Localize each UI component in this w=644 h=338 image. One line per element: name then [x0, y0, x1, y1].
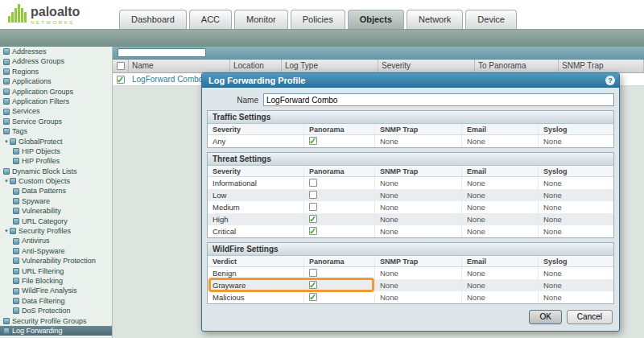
email-value[interactable]: None — [462, 267, 539, 279]
sidebar-item-data-filtering[interactable]: Data Filtering — [0, 296, 112, 306]
snmp-value[interactable]: None — [375, 279, 462, 291]
sidebar-item-log-forwarding[interactable]: Log Forwarding — [0, 326, 112, 336]
sidebar-item-vulnerability-protection[interactable]: Vulnerability Protection — [0, 256, 112, 266]
syslog-value[interactable]: None — [539, 225, 613, 237]
snmp-value[interactable]: None — [375, 135, 462, 147]
sidebar-item-applications[interactable]: Applications — [0, 76, 112, 86]
email-value[interactable]: None — [462, 189, 539, 201]
tab-device[interactable]: Device — [465, 10, 517, 29]
benign-panorama-checkbox[interactable] — [309, 269, 317, 277]
sidebar-item-wildfire-analysis[interactable]: WildFire Analysis — [0, 286, 112, 295]
column-header-to-panorama[interactable]: To Panorama — [475, 60, 559, 72]
column-header-name[interactable]: Name — [129, 60, 230, 72]
email-value[interactable]: None — [462, 213, 539, 225]
informational-panorama-checkbox[interactable] — [309, 179, 317, 187]
sidebar-item-url-category[interactable]: URL Category — [0, 216, 112, 226]
snmp-value[interactable]: None — [375, 201, 462, 213]
medium-panorama-checkbox[interactable] — [309, 203, 317, 211]
critical-panorama-checkbox[interactable] — [309, 227, 317, 235]
expand-arrow-icon[interactable]: ▼ — [3, 137, 10, 146]
panorama-cell — [304, 225, 375, 237]
malicious-panorama-checkbox[interactable] — [309, 293, 317, 301]
sidebar-item-hip-objects[interactable]: HIP Objects — [0, 146, 112, 156]
sidebar-item-label: DoS Protection — [22, 306, 71, 315]
sidebar-item-anti-spyware[interactable]: Anti-Spyware — [0, 246, 112, 256]
ok-button[interactable]: OK — [529, 310, 561, 324]
row-checkbox[interactable] — [117, 76, 125, 84]
column-header-log-type[interactable]: Log Type — [282, 60, 378, 72]
syslog-value[interactable]: None — [539, 201, 613, 213]
sidebar-item-tags[interactable]: Tags — [0, 126, 112, 136]
tab-network[interactable]: Network — [407, 10, 463, 29]
snmp-value[interactable]: None — [375, 267, 462, 279]
sidebar-item-file-blocking[interactable]: File Blocking — [0, 276, 112, 286]
sidebar-item-globalprotect[interactable]: ▼GlobalProtect — [0, 137, 112, 146]
expand-arrow-icon[interactable]: ▼ — [3, 176, 10, 186]
expand-arrow-icon[interactable]: ▼ — [3, 226, 10, 236]
service-groups-icon — [3, 118, 10, 125]
syslog-value[interactable]: None — [539, 213, 613, 225]
email-value[interactable]: None — [462, 135, 539, 147]
syslog-value[interactable]: None — [539, 135, 613, 147]
snmp-value[interactable]: None — [375, 225, 462, 237]
row-label: Critical — [208, 225, 304, 237]
email-value[interactable]: None — [462, 279, 539, 291]
help-icon[interactable]: ? — [605, 76, 615, 85]
sidebar-item-addresses[interactable]: Addresses — [0, 47, 112, 56]
dialog-title-bar[interactable]: Log Forwarding Profile ? — [202, 73, 619, 88]
sidebar-item-url-filtering[interactable]: URL Filtering — [0, 266, 112, 276]
sidebar-item-services[interactable]: Services — [0, 106, 112, 116]
filter-input[interactable] — [118, 48, 206, 57]
sidebar-item-spyware[interactable]: Spyware — [0, 196, 112, 206]
any-panorama-checkbox[interactable] — [309, 137, 317, 145]
sidebar-item-data-patterns[interactable]: Data Patterns — [0, 186, 112, 196]
email-value[interactable]: None — [462, 225, 539, 237]
grayware-panorama-checkbox[interactable] — [309, 281, 317, 289]
syslog-value[interactable]: None — [539, 267, 613, 279]
cancel-button[interactable]: Cancel — [567, 310, 613, 324]
tab-dashboard[interactable]: Dashboard — [119, 10, 187, 29]
col-snmp-trap: SNMP Trap — [375, 124, 462, 134]
email-value[interactable]: None — [462, 201, 539, 213]
sidebar-item-application-groups[interactable]: Application Groups — [0, 87, 112, 97]
email-value[interactable]: None — [462, 291, 539, 303]
panorama-cell — [304, 189, 375, 201]
sidebar-item-dos-protection[interactable]: DoS Protection — [0, 306, 112, 315]
tab-objects[interactable]: Objects — [348, 10, 404, 29]
sidebar-item-service-groups[interactable]: Service Groups — [0, 117, 112, 126]
sidebar-item-vulnerability[interactable]: Vulnerability — [0, 206, 112, 216]
column-header-severity[interactable]: Severity — [378, 60, 475, 72]
email-value[interactable]: None — [462, 177, 539, 189]
high-panorama-checkbox[interactable] — [309, 215, 317, 223]
file-blocking-icon — [13, 278, 19, 284]
sidebar-item-security-profile-groups[interactable]: Security Profile Groups — [0, 316, 112, 326]
row-label: Medium — [208, 201, 304, 213]
snmp-value[interactable]: None — [375, 291, 462, 303]
syslog-value[interactable]: None — [539, 189, 613, 201]
snmp-value[interactable]: None — [375, 177, 462, 189]
low-panorama-checkbox[interactable] — [309, 191, 317, 199]
section-row-malicious: MaliciousNoneNoneNone — [208, 291, 613, 303]
sidebar-item-regions[interactable]: Regions — [0, 67, 112, 76]
sidebar-item-security-profiles[interactable]: ▼Security Profiles — [0, 226, 112, 236]
snmp-value[interactable]: None — [375, 213, 462, 225]
tab-policies[interactable]: Policies — [291, 10, 345, 29]
sidebar-item-custom-objects[interactable]: ▼Custom Objects — [0, 176, 112, 186]
syslog-value[interactable]: None — [539, 177, 613, 189]
tab-monitor[interactable]: Monitor — [234, 10, 288, 29]
profile-name-input[interactable] — [263, 93, 614, 106]
sidebar-item-antivirus[interactable]: Antivirus — [0, 236, 112, 245]
column-header-snmp-trap[interactable]: SNMP Trap — [559, 60, 644, 72]
snmp-value[interactable]: None — [375, 189, 462, 201]
sidebar-item-application-filters[interactable]: Application Filters — [0, 97, 112, 106]
syslog-value[interactable]: None — [539, 291, 613, 303]
col-severity: Severity — [208, 124, 304, 134]
syslog-value[interactable]: None — [539, 279, 613, 291]
sidebar-item-hip-profiles[interactable]: HIP Profiles — [0, 156, 112, 166]
tab-acc[interactable]: ACC — [189, 10, 232, 29]
sidebar-item-dynamic-block-lists[interactable]: Dynamic Block Lists — [0, 167, 112, 176]
sidebar-item-address-groups[interactable]: Address Groups — [0, 56, 112, 66]
custom-objects-icon — [10, 178, 16, 184]
column-header-location[interactable]: Location — [230, 60, 282, 72]
select-all-checkbox[interactable] — [117, 62, 125, 70]
